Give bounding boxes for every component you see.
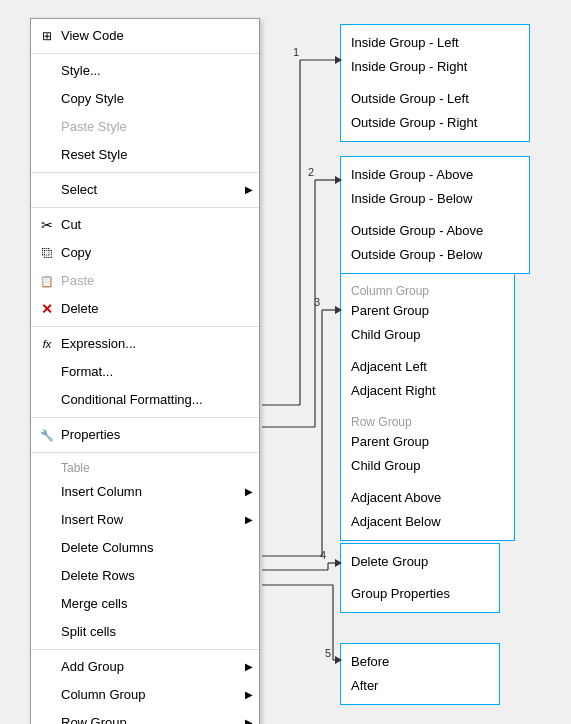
menu-label-column-group: Column Group (61, 684, 146, 706)
arrow-icon: ▶ (245, 712, 253, 724)
sub-item-col-child[interactable]: Child Group (351, 323, 504, 347)
menu-label-format: Format... (61, 361, 113, 383)
separator (31, 417, 259, 418)
num-label-3: 3 (314, 296, 320, 308)
menu-item-delete-columns[interactable]: Delete Columns (31, 534, 259, 562)
menu-label-insert-column: Insert Column (61, 481, 142, 503)
menu-item-style[interactable]: Style... (31, 57, 259, 85)
menu-item-insert-column[interactable]: Insert Column ▶ (31, 478, 259, 506)
arrow-icon: ▶ (245, 509, 253, 531)
menu-label-row-group: Row Group (61, 712, 127, 724)
menu-label-paste-style: Paste Style (61, 116, 127, 138)
separator (31, 53, 259, 54)
separator (31, 326, 259, 327)
sub-section-column-group: Column Group (351, 280, 504, 299)
menu-item-properties[interactable]: 🔧 Properties (31, 421, 259, 449)
sub-separator (351, 347, 504, 355)
sub-item-before[interactable]: Before (351, 650, 489, 674)
menu-item-format[interactable]: Format... (31, 358, 259, 386)
arrow-icon: ▶ (245, 684, 253, 706)
expression-icon: fx (37, 333, 57, 355)
num-label-5: 5 (325, 647, 331, 659)
cut-icon: ✂ (37, 214, 57, 236)
menu-label-insert-row: Insert Row (61, 509, 123, 531)
submenu-panel-3: Column Group Parent Group Child Group Ad… (340, 273, 515, 541)
copy-icon: ⿻ (37, 242, 57, 264)
menu-item-conditional[interactable]: Conditional Formatting... (31, 386, 259, 414)
sub-separator (351, 574, 489, 582)
sub-item-after[interactable]: After (351, 674, 489, 698)
submenu-panel-2: Inside Group - Above Inside Group - Belo… (340, 156, 530, 274)
properties-icon: 🔧 (37, 424, 57, 446)
sub-item-outside-above[interactable]: Outside Group - Above (351, 219, 519, 243)
paste-icon: 📋 (37, 270, 57, 292)
sub-item-row-adj-below[interactable]: Adjacent Below (351, 510, 504, 534)
menu-label-select: Select (61, 179, 97, 201)
sub-item-delete-group[interactable]: Delete Group (351, 550, 489, 574)
view-code-icon: ⊞ (37, 25, 57, 47)
menu-label-delete: Delete (61, 298, 99, 320)
menu-item-select[interactable]: Select ▶ (31, 176, 259, 204)
sub-item-inside-left[interactable]: Inside Group - Left (351, 31, 519, 55)
menu-item-insert-row[interactable]: Insert Row ▶ (31, 506, 259, 534)
menu-item-copy-style[interactable]: Copy Style (31, 85, 259, 113)
menu-item-split-cells[interactable]: Split cells (31, 618, 259, 646)
menu-label-split-cells: Split cells (61, 621, 116, 643)
sub-item-inside-right[interactable]: Inside Group - Right (351, 55, 519, 79)
arrow-icon: ▶ (245, 656, 253, 678)
menu-label-view-code: View Code (61, 25, 124, 47)
menu-item-add-group[interactable]: Add Group ▶ (31, 653, 259, 681)
context-menu: ⊞ View Code Style... Copy Style Paste St… (30, 18, 260, 724)
menu-item-row-group[interactable]: Row Group ▶ (31, 709, 259, 724)
menu-label-reset-style: Reset Style (61, 144, 127, 166)
separator (31, 207, 259, 208)
menu-item-delete[interactable]: ✕ Delete (31, 295, 259, 323)
menu-label-conditional: Conditional Formatting... (61, 389, 203, 411)
separator (31, 452, 259, 453)
num-label-4: 4 (320, 549, 326, 561)
menu-item-reset-style[interactable]: Reset Style (31, 141, 259, 169)
sub-item-col-adj-right[interactable]: Adjacent Right (351, 379, 504, 403)
sub-item-inside-below[interactable]: Inside Group - Below (351, 187, 519, 211)
sub-item-col-adj-left[interactable]: Adjacent Left (351, 355, 504, 379)
sub-section-row-group: Row Group (351, 411, 504, 430)
menu-label-paste: Paste (61, 270, 94, 292)
sub-separator (351, 478, 504, 486)
sub-item-outside-below[interactable]: Outside Group - Below (351, 243, 519, 267)
menu-item-view-code[interactable]: ⊞ View Code (31, 22, 259, 50)
menu-item-delete-rows[interactable]: Delete Rows (31, 562, 259, 590)
sub-item-group-properties[interactable]: Group Properties (351, 582, 489, 606)
arrow-icon: ▶ (245, 179, 253, 201)
menu-item-copy[interactable]: ⿻ Copy (31, 239, 259, 267)
menu-item-merge-cells[interactable]: Merge cells (31, 590, 259, 618)
menu-item-cut[interactable]: ✂ Cut (31, 211, 259, 239)
menu-item-column-group[interactable]: Column Group ▶ (31, 681, 259, 709)
sub-item-outside-right[interactable]: Outside Group - Right (351, 111, 519, 135)
menu-label-merge-cells: Merge cells (61, 593, 127, 615)
sub-item-col-parent[interactable]: Parent Group (351, 299, 504, 323)
separator (31, 172, 259, 173)
sub-item-outside-left[interactable]: Outside Group - Left (351, 87, 519, 111)
sub-item-row-adj-above[interactable]: Adjacent Above (351, 486, 504, 510)
num-label-2: 2 (308, 166, 314, 178)
sub-item-row-child[interactable]: Child Group (351, 454, 504, 478)
submenu-panel-5: Before After (340, 643, 500, 705)
sub-item-row-parent[interactable]: Parent Group (351, 430, 504, 454)
table-section-label: Table (31, 456, 259, 478)
menu-label-delete-columns: Delete Columns (61, 537, 154, 559)
sub-separator (351, 211, 519, 219)
separator (31, 649, 259, 650)
delete-icon: ✕ (37, 298, 57, 320)
menu-item-paste-style[interactable]: Paste Style (31, 113, 259, 141)
menu-label-expression: Expression... (61, 333, 136, 355)
menu-label-delete-rows: Delete Rows (61, 565, 135, 587)
menu-label-properties: Properties (61, 424, 120, 446)
sub-item-inside-above[interactable]: Inside Group - Above (351, 163, 519, 187)
menu-label-cut: Cut (61, 214, 81, 236)
menu-label-add-group: Add Group (61, 656, 124, 678)
menu-item-expression[interactable]: fx Expression... (31, 330, 259, 358)
menu-item-paste[interactable]: 📋 Paste (31, 267, 259, 295)
menu-label-copy-style: Copy Style (61, 88, 124, 110)
sub-separator (351, 79, 519, 87)
submenu-panel-1: Inside Group - Left Inside Group - Right… (340, 24, 530, 142)
